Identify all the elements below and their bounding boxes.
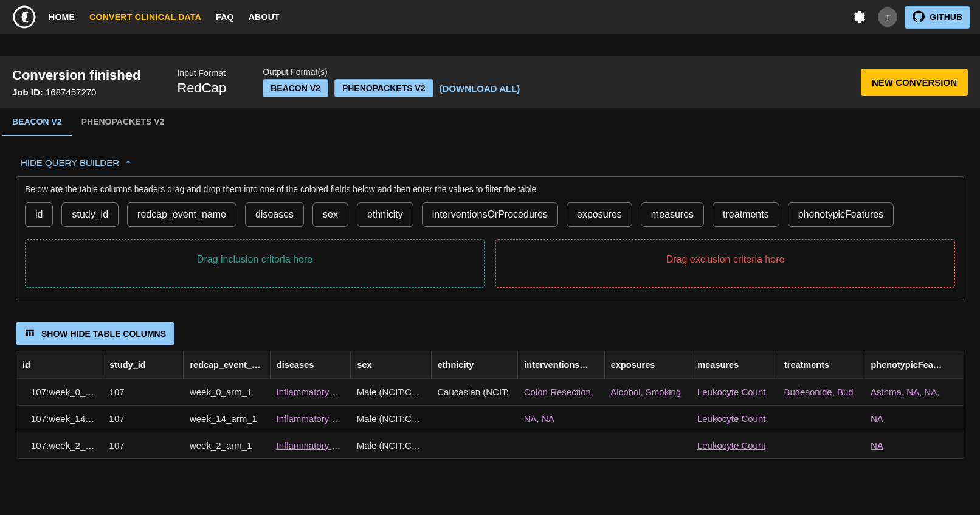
- cell-ethnicity: Caucasian (NCIT:: [431, 379, 518, 406]
- chip-id[interactable]: id: [25, 202, 53, 227]
- topbar: HOME CONVERT CLINICAL DATA FAQ ABOUT T G…: [0, 0, 980, 34]
- show-hide-columns-button[interactable]: SHOW HIDE TABLE COLUMNS: [16, 322, 174, 345]
- conversion-status: Conversion finished: [12, 67, 140, 83]
- th-study-id[interactable]: study_id: [103, 351, 184, 379]
- cell-exposures: [604, 432, 691, 459]
- th-measures[interactable]: measures: [691, 351, 778, 379]
- tab-beacon[interactable]: BEACON V2: [2, 108, 72, 136]
- chevron-up-icon: [123, 156, 134, 169]
- cell-id: 107:week_0_arm: [16, 379, 103, 406]
- chip-exposures[interactable]: exposures: [567, 202, 632, 227]
- cell-pheno[interactable]: NA: [864, 432, 964, 459]
- cell-treatments: [778, 432, 864, 459]
- cell-diseases[interactable]: Inflammatory Bow: [270, 432, 350, 459]
- cell-treatments[interactable]: Budesonide, Bud: [778, 379, 864, 406]
- chip-ethnicity[interactable]: ethnicity: [357, 202, 413, 227]
- nav-about[interactable]: ABOUT: [249, 12, 280, 22]
- cell-measures[interactable]: Leukocyte Count,: [691, 379, 778, 406]
- chip-sex[interactable]: sex: [312, 202, 348, 227]
- download-all-link[interactable]: (DOWNLOAD ALL): [440, 83, 520, 94]
- tab-pheno[interactable]: PHENOPACKETS V2: [72, 108, 174, 136]
- cell-exposures: [604, 406, 691, 432]
- table-columns-icon: [24, 327, 35, 340]
- app-logo[interactable]: [10, 2, 39, 32]
- cell-treatments: [778, 406, 864, 432]
- th-id[interactable]: id: [16, 351, 103, 379]
- th-pheno[interactable]: phenotypicFea…: [864, 351, 964, 379]
- summary-left: Conversion finished Job ID: 1687457270: [12, 67, 140, 97]
- column-chips: id study_id redcap_event_name diseases s…: [25, 202, 955, 227]
- cell-diseases[interactable]: Inflammatory Bow: [270, 406, 350, 432]
- cell-measures[interactable]: Leukocyte Count,: [691, 406, 778, 432]
- cell-study_id: 107: [103, 406, 184, 432]
- chip-redcap-event-name[interactable]: redcap_event_name: [127, 202, 236, 227]
- exclusion-dropzone[interactable]: Drag exclusion criteria here: [495, 239, 955, 288]
- output-pheno-button[interactable]: PHENOPACKETS V2: [334, 79, 433, 97]
- topbar-right: T GITHUB: [846, 5, 970, 29]
- cell-id: 107:week_2_arm: [16, 432, 103, 459]
- table-header-row: id study_id redcap_event_… diseases sex …: [16, 351, 964, 379]
- th-interventions[interactable]: interventions…: [518, 351, 605, 379]
- th-treatments[interactable]: treatments: [778, 351, 864, 379]
- cell-sex: Male (NCIT:C201: [351, 379, 431, 406]
- result-tabs: BEACON V2 PHENOPACKETS V2: [0, 108, 980, 137]
- nav-links: HOME CONVERT CLINICAL DATA FAQ ABOUT: [49, 12, 280, 22]
- nav-faq[interactable]: FAQ: [216, 12, 234, 22]
- th-ethnicity[interactable]: ethnicity: [431, 351, 518, 379]
- github-label: GITHUB: [930, 12, 962, 22]
- cell-pheno[interactable]: NA: [864, 406, 964, 432]
- output-formats-label: Output Format(s): [263, 67, 520, 77]
- cell-study_id: 107: [103, 432, 184, 459]
- cell-study_id: 107: [103, 379, 184, 406]
- cell-interventions: [518, 432, 605, 459]
- input-format-label: Input Format: [177, 68, 226, 78]
- hide-query-builder-toggle[interactable]: HIDE QUERY BUILDER: [21, 156, 959, 169]
- query-builder-help: Below are the table columns headers drag…: [25, 184, 955, 194]
- table-row[interactable]: 107:week_0_arm107week_0_arm_1Inflammator…: [16, 379, 964, 406]
- cell-pheno[interactable]: Asthma, NA, NA,: [864, 379, 964, 406]
- hide-qb-label: HIDE QUERY BUILDER: [21, 157, 119, 168]
- cell-ethnicity: [431, 432, 518, 459]
- cell-id: 107:week_14_arr: [16, 406, 103, 432]
- cell-ethnicity: [431, 406, 518, 432]
- content-area: HIDE QUERY BUILDER Below are the table c…: [0, 137, 980, 470]
- results-table: id study_id redcap_event_… diseases sex …: [16, 351, 964, 459]
- th-event[interactable]: redcap_event_…: [184, 351, 271, 379]
- cell-event: week_2_arm_1: [184, 432, 271, 459]
- cell-interventions[interactable]: NA, NA: [518, 406, 605, 432]
- cell-sex: Male (NCIT:C201: [351, 432, 431, 459]
- avatar[interactable]: T: [878, 7, 897, 27]
- query-builder-panel: Below are the table columns headers drag…: [16, 176, 964, 300]
- new-conversion-button[interactable]: NEW CONVERSION: [861, 69, 968, 96]
- chip-phenotypic-features[interactable]: phenotypicFeatures: [788, 202, 894, 227]
- cell-measures[interactable]: Leukocyte Count,: [691, 432, 778, 459]
- output-formats-block: Output Format(s) BEACON V2 PHENOPACKETS …: [263, 67, 520, 97]
- cell-diseases[interactable]: Inflammatory Bow: [270, 379, 350, 406]
- chip-treatments[interactable]: treatments: [713, 202, 779, 227]
- inclusion-dropzone[interactable]: Drag inclusion criteria here: [25, 239, 485, 288]
- settings-icon[interactable]: [846, 5, 871, 29]
- cell-sex: Male (NCIT:C201: [351, 406, 431, 432]
- table-row[interactable]: 107:week_14_arr107week_14_arm_1Inflammat…: [16, 406, 964, 432]
- th-diseases[interactable]: diseases: [270, 351, 350, 379]
- cell-interventions[interactable]: Colon Resection,: [518, 379, 605, 406]
- th-sex[interactable]: sex: [351, 351, 431, 379]
- chip-study-id[interactable]: study_id: [61, 202, 119, 227]
- chip-interventions[interactable]: interventionsOrProcedures: [422, 202, 558, 227]
- table-row[interactable]: 107:week_2_arm107week_2_arm_1Inflammator…: [16, 432, 964, 459]
- dropzones: Drag inclusion criteria here Drag exclus…: [25, 239, 955, 288]
- nav-convert[interactable]: CONVERT CLINICAL DATA: [89, 12, 201, 22]
- github-button[interactable]: GITHUB: [905, 6, 970, 29]
- nav-home[interactable]: HOME: [49, 12, 75, 22]
- input-format-block: Input Format RedCap: [177, 68, 226, 96]
- input-format-value: RedCap: [177, 80, 226, 96]
- summary-bar: Conversion finished Job ID: 1687457270 I…: [0, 56, 980, 108]
- cell-event: week_0_arm_1: [184, 379, 271, 406]
- th-exposures[interactable]: exposures: [604, 351, 691, 379]
- cell-exposures[interactable]: Alcohol, Smoking: [604, 379, 691, 406]
- output-beacon-button[interactable]: BEACON V2: [263, 79, 328, 97]
- show-hide-columns-label: SHOW HIDE TABLE COLUMNS: [41, 329, 166, 339]
- chip-measures[interactable]: measures: [641, 202, 704, 227]
- github-icon: [913, 10, 925, 24]
- chip-diseases[interactable]: diseases: [245, 202, 304, 227]
